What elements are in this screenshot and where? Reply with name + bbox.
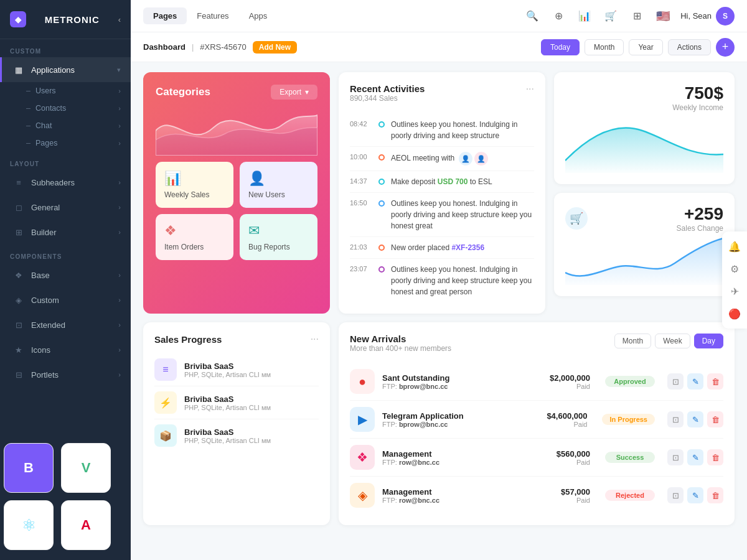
page-body: Categories Export ▾ bbox=[131, 62, 747, 560]
action-edit-3[interactable]: ✎ bbox=[687, 449, 703, 465]
chevron-down-icon: ▾ bbox=[117, 66, 121, 74]
item-orders-card[interactable]: ❖ Item Orders bbox=[156, 214, 233, 260]
activity-time-4: 16:50 bbox=[350, 199, 372, 207]
sidebar-item-extended[interactable]: ⊡ Extended › bbox=[0, 312, 131, 337]
search-icon[interactable]: 🔍 bbox=[524, 7, 541, 25]
sidebar-item-general[interactable]: ◻ General › bbox=[0, 195, 131, 220]
arrival-info-2: Telegram Application FTP: bprow@bnc.cc bbox=[382, 411, 539, 428]
categories-title: Categories bbox=[156, 86, 210, 98]
right-icon-send[interactable]: ✈ bbox=[725, 281, 745, 301]
sidebar-item-label-custom: Custom bbox=[31, 296, 59, 305]
arrivals-tab-week[interactable]: Week bbox=[655, 334, 690, 348]
vue-logo[interactable]: V bbox=[61, 443, 111, 493]
avatar-2: 👤 bbox=[474, 152, 488, 166]
action-delete-1[interactable]: 🗑 bbox=[707, 373, 723, 390]
progress-sub-2: PHP, SQLite, Artisan CLI мм bbox=[184, 404, 319, 411]
sidebar-item-base[interactable]: ❖ Base › bbox=[0, 263, 131, 287]
sidebar-item-subheaders[interactable]: ≡ Subheaders › bbox=[0, 170, 131, 195]
add-new-badge[interactable]: Add New bbox=[253, 41, 297, 54]
sidebar-collapse-icon[interactable]: ‹ bbox=[118, 15, 121, 24]
right-icon-gear[interactable]: ⚙ bbox=[725, 259, 745, 279]
actions-button[interactable]: Actions bbox=[668, 39, 711, 55]
topnav-tabs: Pages Features Apps bbox=[143, 7, 277, 24]
bug-reports-card[interactable]: ✉ Bug Reports bbox=[240, 214, 317, 260]
activity-item-4: 16:50 Outlines keep you honest. Indulgin… bbox=[350, 193, 534, 237]
sales-progress-menu-icon[interactable]: ··· bbox=[311, 334, 319, 345]
row-1: Categories Export ▾ bbox=[143, 72, 735, 314]
date-month-button[interactable]: Month bbox=[585, 39, 624, 55]
activity-item-2: 10:00 AEOL meeting with 👤 👤 bbox=[350, 147, 534, 171]
progress-item-2: ⚡ Briviba SaaS PHP, SQLite, Artisan CLI … bbox=[154, 386, 319, 419]
main-area: Pages Features Apps 🔍 ⊕ 📊 🛒 ⊞ 🇺🇸 Hi, Sea… bbox=[131, 0, 747, 560]
grid-icon[interactable]: ⊞ bbox=[628, 7, 646, 25]
date-year-button[interactable]: Year bbox=[629, 39, 662, 55]
action-copy-1[interactable]: ⊡ bbox=[667, 373, 684, 390]
extended-icon: ⊡ bbox=[12, 318, 26, 332]
right-icon-circle[interactable]: 🔴 bbox=[725, 304, 745, 324]
flag-icon[interactable]: 🇺🇸 bbox=[654, 7, 672, 25]
chevron-right-icon-10: › bbox=[118, 321, 121, 329]
action-copy-4[interactable]: ⊡ bbox=[667, 487, 684, 503]
arrival-badge-1: Approved bbox=[605, 376, 655, 387]
chart-icon[interactable]: 📊 bbox=[576, 7, 593, 25]
weekly-sales-card[interactable]: 📊 Weekly Sales bbox=[156, 162, 233, 208]
user-greeting: Hi, Sean bbox=[680, 11, 712, 21]
arrivals-tab-month[interactable]: Month bbox=[614, 334, 651, 348]
bug-reports-icon: ✉ bbox=[248, 223, 260, 239]
new-users-card[interactable]: 👤 New Users bbox=[240, 162, 317, 208]
activity-text-5: New order placed #XF-2356 bbox=[391, 242, 534, 253]
item-orders-label: Item Orders bbox=[164, 243, 204, 251]
arrivals-tab-day[interactable]: Day bbox=[694, 334, 723, 348]
action-edit-4[interactable]: ✎ bbox=[687, 487, 703, 503]
tab-apps[interactable]: Apps bbox=[239, 7, 278, 24]
sidebar-item-custom[interactable]: ◈ Custom › bbox=[0, 287, 131, 312]
progress-avatar-2: ⚡ bbox=[154, 391, 177, 414]
cart-icon[interactable]: 🛒 bbox=[602, 7, 619, 25]
sidebar-sub-item-chat[interactable]: – Chat › bbox=[0, 117, 131, 134]
sidebar-item-applications[interactable]: ▦ Applications ▾ bbox=[0, 57, 131, 82]
portlets-icon: ⊟ bbox=[12, 368, 26, 381]
sidebar-sub-item-contacts[interactable]: – Contacts › bbox=[0, 100, 131, 117]
sidebar-item-portlets[interactable]: ⊟ Portlets › bbox=[0, 362, 131, 387]
sidebar-item-builder[interactable]: ⊞ Builder › bbox=[0, 220, 131, 245]
action-edit-1[interactable]: ✎ bbox=[687, 373, 703, 390]
arrival-actions-3: ⊡ ✎ 🗑 bbox=[667, 449, 723, 465]
action-edit-2[interactable]: ✎ bbox=[687, 411, 703, 427]
action-copy-2[interactable]: ⊡ bbox=[667, 411, 684, 427]
add-circle-button[interactable]: + bbox=[716, 38, 735, 57]
sidebar-item-label-base: Base bbox=[31, 271, 50, 280]
deposit-link[interactable]: USD 700 bbox=[438, 177, 468, 186]
network-icon[interactable]: ⊕ bbox=[550, 7, 567, 25]
action-delete-3[interactable]: 🗑 bbox=[707, 449, 723, 465]
sidebar-sub-item-users[interactable]: – Users › bbox=[0, 82, 131, 100]
activity-text-4: Outlines keep you honest. Indulging in p… bbox=[391, 198, 534, 231]
tab-features[interactable]: Features bbox=[187, 7, 238, 24]
sidebar: ◆ METRONIC ‹ CUSTOM ▦ Applications ▾ – U… bbox=[0, 0, 131, 560]
action-delete-4[interactable]: 🗑 bbox=[707, 487, 723, 503]
recent-activities-card: Recent Activities 890,344 Sales ··· 08:4… bbox=[339, 72, 545, 314]
tab-pages[interactable]: Pages bbox=[143, 7, 187, 24]
top-navigation: Pages Features Apps 🔍 ⊕ 📊 🛒 ⊞ 🇺🇸 Hi, Sea… bbox=[131, 0, 747, 32]
arrival-icon-1: ● bbox=[350, 369, 375, 394]
activity-dot-4 bbox=[378, 200, 385, 207]
income-chart bbox=[565, 117, 723, 173]
right-icon-bell[interactable]: 🔔 bbox=[725, 236, 745, 256]
arrival-badge-3: Success bbox=[605, 452, 655, 463]
activities-menu-icon[interactable]: ··· bbox=[526, 83, 534, 95]
user-menu[interactable]: Hi, Sean S bbox=[680, 7, 735, 26]
arrival-amount-4: $57,000 Paid bbox=[561, 487, 590, 504]
bootstrap-logo[interactable]: B bbox=[4, 443, 54, 493]
action-delete-2[interactable]: 🗑 bbox=[707, 411, 723, 427]
sidebar-item-icons[interactable]: ★ Icons › bbox=[0, 337, 131, 362]
activity-text-2: AEOL meeting with 👤 👤 bbox=[391, 152, 534, 166]
action-copy-3[interactable]: ⊡ bbox=[667, 449, 684, 465]
date-today-button[interactable]: Today bbox=[541, 39, 580, 55]
export-button[interactable]: Export ▾ bbox=[271, 85, 317, 100]
custom-section-label: CUSTOM bbox=[0, 39, 131, 57]
react-logo[interactable]: ⚛ bbox=[4, 500, 54, 550]
angular-logo[interactable]: A bbox=[61, 500, 111, 550]
new-arrivals-subtitle: More than 400+ new members bbox=[350, 344, 451, 353]
layout-section-label: LAYOUT bbox=[0, 152, 131, 170]
activities-header: Recent Activities 890,344 Sales ··· bbox=[350, 83, 534, 111]
sidebar-sub-item-pages[interactable]: – Pages › bbox=[0, 134, 131, 152]
